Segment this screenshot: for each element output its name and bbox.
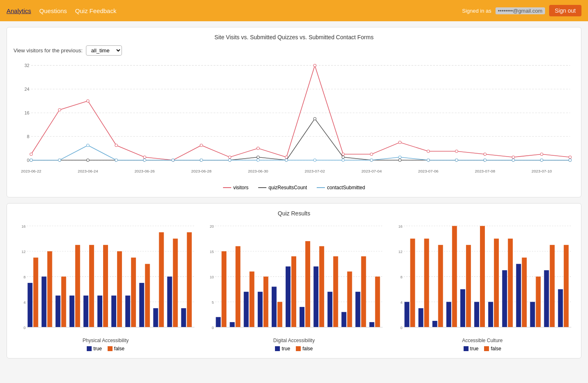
svg-rect-167	[452, 226, 457, 327]
svg-rect-166	[446, 302, 451, 327]
svg-rect-95	[61, 277, 66, 327]
svg-rect-99	[89, 245, 94, 327]
physical-accessibility-section: 0481216 Physical Accessibility true fals…	[14, 222, 198, 352]
chart1-controls: View visitors for the previous: all_time…	[14, 45, 574, 56]
legend-quiz-results: quizResultsCount	[258, 185, 307, 190]
svg-point-62	[87, 144, 89, 146]
svg-point-22	[87, 100, 89, 102]
svg-point-76	[484, 159, 486, 161]
nav-quiz-feedback[interactable]: Quiz Feedback	[75, 7, 117, 14]
svg-rect-160	[404, 302, 409, 327]
sign-out-button[interactable]: Sign out	[549, 5, 581, 16]
svg-rect-170	[474, 302, 479, 327]
svg-point-72	[370, 159, 373, 161]
svg-rect-109	[159, 232, 164, 327]
visitors-legend-line	[223, 187, 231, 188]
signed-in-label: Signed in as	[462, 8, 491, 14]
false-legend-box	[108, 346, 113, 351]
svg-text:20: 20	[210, 224, 214, 228]
nav-analytics[interactable]: Analytics	[7, 7, 31, 14]
true-legend-d: true	[275, 346, 290, 352]
svg-rect-182	[558, 289, 563, 327]
svg-rect-92	[42, 277, 47, 327]
bar-chart-card: Quiz Results 0481216 Physical Accessibil…	[7, 203, 581, 358]
svg-rect-145	[356, 292, 360, 327]
svg-point-34	[427, 150, 429, 152]
digital-legend: true false	[275, 346, 313, 352]
svg-rect-140	[320, 246, 324, 327]
svg-point-53	[399, 159, 401, 161]
true-legend-c: true	[464, 346, 479, 352]
chart1-legend: visitors quizResultsCount contactSubmitt…	[14, 185, 574, 190]
svg-rect-164	[432, 321, 437, 327]
svg-text:2023-06-22: 2023-06-22	[21, 169, 41, 173]
false-legend-label: false	[114, 346, 124, 352]
false-legend-box-c	[484, 346, 489, 351]
time-period-select[interactable]: all_time 7_days 30_days 90_days	[86, 45, 122, 56]
svg-text:16: 16	[21, 224, 25, 228]
true-legend-box-c	[464, 346, 469, 351]
svg-text:2023-06-28: 2023-06-28	[191, 169, 212, 173]
digital-chart-svg: 05101520	[202, 222, 386, 336]
svg-point-50	[313, 117, 316, 120]
svg-rect-98	[83, 296, 88, 327]
svg-text:0: 0	[27, 158, 29, 163]
line-chart-container: 081624322023-06-222023-06-242023-06-2620…	[14, 59, 574, 181]
culture-chart-svg: 0481216	[390, 222, 574, 336]
svg-rect-126	[222, 251, 227, 327]
svg-rect-171	[480, 226, 485, 327]
svg-rect-110	[167, 277, 172, 327]
svg-rect-135	[286, 267, 291, 327]
svg-text:12: 12	[398, 249, 402, 254]
svg-point-78	[541, 159, 543, 161]
svg-rect-176	[516, 264, 521, 327]
app-header: Analytics Questions Quiz Feedback Signed…	[0, 0, 588, 21]
svg-rect-141	[328, 292, 333, 327]
svg-rect-106	[139, 283, 144, 327]
svg-point-42	[87, 159, 89, 161]
svg-point-65	[172, 159, 174, 161]
physical-chart: 0481216	[14, 222, 198, 336]
svg-rect-175	[508, 239, 513, 327]
svg-text:2023-06-30: 2023-06-30	[248, 169, 268, 173]
svg-point-67	[228, 159, 231, 161]
svg-text:32: 32	[25, 63, 29, 68]
true-legend-box	[87, 346, 92, 351]
svg-point-27	[228, 156, 231, 158]
svg-rect-144	[347, 271, 352, 327]
digital-label: Digital Accessibility	[273, 338, 315, 343]
view-label: View visitors for the previous:	[14, 47, 83, 54]
svg-text:2023-07-08: 2023-07-08	[475, 169, 495, 173]
nav-questions[interactable]: Questions	[39, 7, 67, 14]
svg-text:15: 15	[210, 249, 214, 254]
true-legend-label: true	[93, 346, 102, 352]
svg-rect-101	[103, 245, 108, 327]
svg-point-38	[541, 153, 543, 155]
svg-text:0: 0	[400, 325, 402, 330]
svg-rect-108	[153, 308, 158, 327]
svg-rect-128	[236, 246, 241, 327]
svg-point-37	[512, 156, 514, 158]
svg-text:2023-07-02: 2023-07-02	[305, 169, 325, 173]
svg-rect-177	[522, 258, 527, 327]
svg-rect-148	[375, 277, 380, 327]
svg-point-69	[285, 159, 288, 161]
svg-rect-112	[181, 308, 186, 327]
svg-rect-146	[361, 256, 366, 327]
culture-legend: true false	[464, 346, 501, 352]
svg-rect-90	[27, 283, 32, 327]
svg-point-35	[455, 150, 458, 152]
svg-rect-168	[460, 289, 465, 327]
svg-rect-139	[314, 267, 319, 327]
svg-rect-97	[75, 245, 80, 327]
visitors-legend-label: visitors	[233, 185, 248, 190]
svg-rect-162	[418, 308, 423, 327]
svg-rect-173	[494, 239, 499, 327]
svg-point-74	[427, 159, 429, 161]
svg-point-23	[115, 144, 117, 146]
true-legend-box-d	[275, 346, 280, 351]
svg-rect-163	[424, 239, 429, 327]
svg-rect-161	[410, 239, 415, 327]
svg-point-75	[455, 159, 458, 161]
false-legend-box-d	[296, 346, 301, 351]
